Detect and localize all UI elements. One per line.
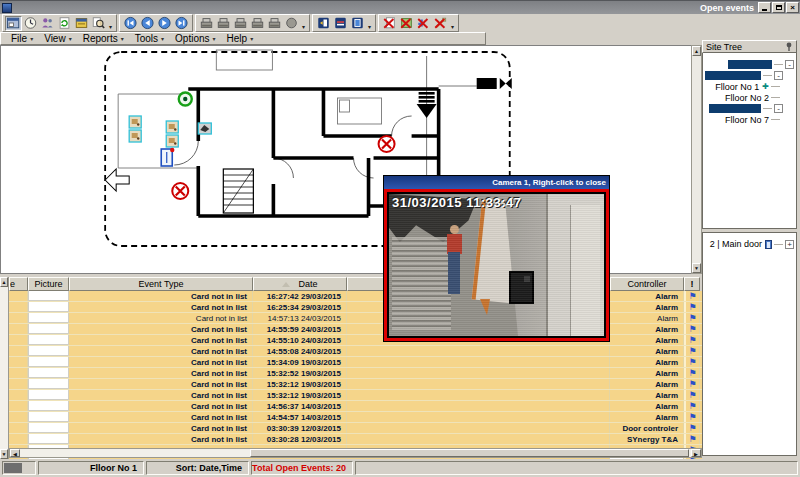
event-flag-icon[interactable]: ⚑	[688, 313, 696, 323]
flag-cell[interactable]: ⚑	[684, 368, 700, 378]
green-status-icon[interactable]	[179, 93, 192, 106]
event-flag-icon[interactable]: ⚑	[688, 324, 696, 334]
table-row[interactable]: Card not in list14:55:08 24/03/2015Alarm…	[9, 346, 702, 357]
nav-last-icon[interactable]	[173, 16, 190, 31]
nav-prev-icon[interactable]	[139, 16, 156, 31]
alarm-x-icon-1[interactable]	[172, 183, 188, 199]
archive-icon[interactable]	[73, 16, 90, 31]
alarm-x-icon-2[interactable]	[379, 136, 395, 152]
door-open-icon[interactable]	[315, 16, 332, 31]
search-icon[interactable]	[90, 16, 107, 31]
camera-popup-title[interactable]: Camera 1, Right-click to close	[384, 176, 609, 189]
column-header-date[interactable]: Date	[253, 277, 347, 291]
flag-cell[interactable]: ⚑	[684, 313, 700, 323]
expand-icon[interactable]: +	[785, 240, 794, 249]
event-flag-icon[interactable]: ⚑	[688, 401, 696, 411]
menu-file[interactable]: File▾	[5, 33, 38, 44]
printer-5-icon[interactable]	[266, 16, 283, 31]
scroll-left-icon[interactable]: ◀	[10, 449, 20, 457]
tree-item-selected[interactable]: -	[703, 103, 796, 114]
toolbar-overflow-icon[interactable]: ▾	[107, 23, 114, 31]
column-header-event-type[interactable]: Event Type	[69, 277, 253, 291]
event-flag-icon[interactable]: ⚑	[688, 335, 696, 345]
scroll-right-icon[interactable]: ▶	[691, 449, 701, 457]
preview-icon[interactable]	[5, 16, 22, 31]
flag-cell[interactable]: ⚑	[684, 291, 700, 301]
event-flag-icon[interactable]: ⚑	[688, 434, 696, 444]
flag-cell[interactable]: ⚑	[684, 412, 700, 422]
table-row[interactable]: Card not in list15:34:09 19/03/2015Alarm…	[9, 357, 702, 368]
restore-button[interactable]	[772, 2, 785, 13]
camera-marker-icon[interactable]	[198, 123, 211, 134]
collapse-icon[interactable]: -	[774, 71, 783, 80]
refresh-icon[interactable]	[56, 16, 73, 31]
clear-events-icon[interactable]	[381, 16, 398, 31]
scrollbar-thumb[interactable]	[250, 449, 689, 457]
column-header-e[interactable]: e	[9, 277, 28, 291]
table-row[interactable]: Card not in list15:32:12 19/03/2015Alarm…	[9, 390, 702, 401]
flag-cell[interactable]: ⚑	[684, 324, 700, 334]
table-row[interactable]: Card not in list15:32:52 19/03/2015Alarm…	[9, 368, 702, 379]
event-flag-icon[interactable]: ⚑	[688, 412, 696, 422]
flag-cell[interactable]: ⚑	[684, 335, 700, 345]
toolbar-overflow-icon[interactable]: ▾	[449, 23, 456, 31]
system-menu-icon[interactable]	[2, 3, 12, 13]
pin-icon[interactable]	[785, 42, 793, 52]
table-row[interactable]: Card not in list03:30:39 12/03/2015Door …	[9, 423, 702, 434]
tree-item-selected[interactable]: -	[703, 70, 796, 81]
scroll-up-icon[interactable]: ▲	[692, 46, 701, 56]
column-header-picture[interactable]: Picture	[28, 277, 69, 291]
door-closed-icon[interactable]	[349, 16, 366, 31]
table-horizontal-scrollbar[interactable]: ◀ ▶	[9, 448, 702, 458]
tree-item-flloor-no-2[interactable]: Flloor No 2	[703, 92, 796, 103]
flag-cell[interactable]: ⚑	[684, 379, 700, 389]
clock-icon[interactable]	[22, 16, 39, 31]
scroll-down-icon[interactable]: ▼	[0, 449, 8, 459]
event-flag-icon[interactable]: ⚑	[688, 302, 696, 312]
event-flag-icon[interactable]: ⚑	[688, 291, 696, 301]
table-row[interactable]: Card not in list14:56:37 14/03/2015Alarm…	[9, 401, 702, 412]
door-status-icon[interactable]	[332, 16, 349, 31]
column-header-controller[interactable]: Controller	[610, 277, 684, 291]
table-row[interactable]: Card not in list03:30:28 12/03/2015SYner…	[9, 434, 702, 445]
nav-next-icon[interactable]	[156, 16, 173, 31]
toolbar-overflow-icon[interactable]: ▾	[300, 23, 307, 31]
flag-cell[interactable]: ⚑	[684, 346, 700, 356]
close-button[interactable]: ×	[786, 2, 799, 13]
tree-item-selected[interactable]: -	[703, 59, 796, 70]
site-tree-header[interactable]: Site Tree	[702, 40, 797, 53]
controller-marker-icon[interactable]	[161, 148, 174, 166]
flag-cell[interactable]: ⚑	[684, 390, 700, 400]
clear-readers-icon[interactable]	[415, 16, 432, 31]
event-flag-icon[interactable]: ⚑	[688, 357, 696, 367]
event-flag-icon[interactable]: ⚑	[688, 423, 696, 433]
printer-4-icon[interactable]	[249, 16, 266, 31]
clear-log-icon[interactable]	[432, 16, 449, 31]
flag-cell[interactable]: ⚑	[684, 423, 700, 433]
menu-reports[interactable]: Reports▾	[77, 33, 129, 44]
users-icon[interactable]	[39, 16, 56, 31]
collapse-icon[interactable]: -	[785, 60, 794, 69]
tree-item-main-door[interactable]: 2 | Main door +	[703, 239, 796, 249]
scroll-down-icon[interactable]: ▼	[692, 263, 701, 273]
menu-help[interactable]: Help▾	[221, 33, 259, 44]
event-flag-icon[interactable]: ⚑	[688, 346, 696, 356]
event-flag-icon[interactable]: ⚑	[688, 379, 696, 389]
table-vertical-scrollbar[interactable]: ▲ ▼	[0, 277, 9, 459]
flag-cell[interactable]: ⚑	[684, 357, 700, 367]
printer-1-icon[interactable]	[198, 16, 215, 31]
tree-item-flloor-no-1[interactable]: Flloor No 1✚	[703, 81, 796, 92]
event-flag-icon[interactable]: ⚑	[688, 368, 696, 378]
printer-2-icon[interactable]	[215, 16, 232, 31]
nav-first-icon[interactable]	[122, 16, 139, 31]
menu-options[interactable]: Options▾	[169, 33, 220, 44]
menu-tools[interactable]: Tools▾	[129, 33, 169, 44]
reader-icons[interactable]	[129, 116, 178, 147]
column-header-flag[interactable]: !	[684, 277, 700, 291]
table-row[interactable]: Card not in list15:32:12 19/03/2015Alarm…	[9, 379, 702, 390]
event-flag-icon[interactable]: ⚑	[688, 390, 696, 400]
collapse-icon[interactable]: -	[774, 104, 783, 113]
flag-cell[interactable]: ⚑	[684, 401, 700, 411]
map-vertical-scrollbar[interactable]: ▲ ▼	[691, 45, 702, 274]
flag-cell[interactable]: ⚑	[684, 302, 700, 312]
